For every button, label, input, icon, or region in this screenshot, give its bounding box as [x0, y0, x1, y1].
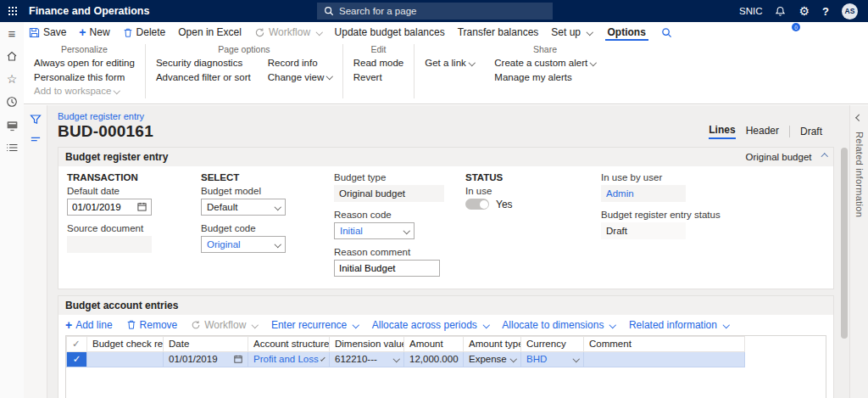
section-header[interactable]: Budget register entry Original budget [58, 148, 833, 166]
bell-icon[interactable] [775, 6, 786, 17]
favorites-star-icon[interactable]: ☆ [5, 72, 19, 86]
calendar-icon[interactable] [137, 202, 147, 211]
filter-funnel-icon[interactable] [30, 114, 42, 126]
action-search-icon[interactable] [661, 27, 672, 38]
budget-code-value[interactable]: Original [207, 239, 241, 249]
cell-dimension-values[interactable]: 612210--- [330, 351, 404, 367]
revert-button[interactable]: Revert [353, 70, 403, 85]
reason-comment-field[interactable] [334, 260, 440, 277]
grid-workflow-label: Workflow [204, 319, 246, 331]
help-icon[interactable]: ? [822, 5, 829, 18]
hamburger-menu-icon[interactable]: ≡ [5, 26, 19, 40]
always-open-for-editing-button[interactable]: Always open for editing [34, 56, 135, 70]
reason-code-value[interactable]: Initial [340, 226, 363, 236]
col-budget-check-results[interactable]: Budget check results [87, 336, 164, 351]
account-structure-value[interactable]: Profit and Loss [253, 354, 319, 364]
chevron-left-icon [856, 114, 863, 121]
modules-icon[interactable] [5, 141, 19, 154]
budget-code-select[interactable]: Original [201, 236, 286, 253]
in-use-toggle[interactable] [465, 199, 489, 210]
related-information-panel[interactable]: Related information [849, 105, 868, 398]
get-a-link-button[interactable]: Get a link [425, 56, 474, 70]
user-badge-icon[interactable]: 0 [784, 26, 796, 38]
select-all-checkbox[interactable]: ✓ [67, 336, 87, 351]
create-custom-alert-button[interactable]: Create a custom alert [494, 56, 595, 70]
new-button[interactable]: + New [79, 26, 109, 38]
enter-recurrence-button[interactable]: Enter recurrence [271, 319, 359, 331]
avatar[interactable]: AS [842, 3, 858, 20]
col-comment[interactable]: Comment [584, 336, 745, 351]
global-search[interactable] [317, 3, 553, 20]
budget-model-select[interactable]: Default [201, 199, 286, 216]
col-currency[interactable]: Currency [521, 336, 584, 351]
personalize-this-form-button[interactable]: Personalize this form [34, 70, 135, 85]
office-icon[interactable] [763, 27, 773, 38]
advanced-filter-or-sort-button[interactable]: Advanced filter or sort [156, 70, 251, 85]
tab-lines[interactable]: Lines [709, 124, 735, 139]
recent-clock-icon[interactable] [5, 95, 19, 109]
cell-amount-type[interactable]: Expense [464, 351, 521, 367]
action-pane: Save + New Delete Open in Excel [24, 22, 868, 42]
manage-my-alerts-button[interactable]: Manage my alerts [494, 70, 595, 85]
cell-currency[interactable]: BHD [521, 351, 584, 367]
change-view-button[interactable]: Change view [268, 70, 332, 85]
add-line-button[interactable]: + Add line [65, 319, 113, 331]
popout-icon[interactable] [829, 27, 839, 37]
nav-rail: ≡ ☆ [0, 22, 24, 398]
grid-header-row: ✓ Budget check results Date Account stru… [67, 336, 745, 351]
col-account-structure[interactable]: Account structure [248, 336, 330, 351]
reason-code-select[interactable]: Initial [334, 222, 415, 239]
workspace-icon[interactable] [5, 118, 19, 132]
grid-workflow-button[interactable]: Workflow [191, 319, 258, 331]
cell-amount[interactable]: 12,000.000 [404, 351, 464, 367]
grid-related-information-button[interactable]: Related information [629, 319, 729, 331]
default-date-input[interactable] [72, 202, 134, 212]
record-info-button[interactable]: Record info [268, 56, 332, 70]
open-in-excel-button[interactable]: Open in Excel [178, 26, 242, 38]
add-to-workspace-button[interactable]: Add to workspace [34, 84, 135, 98]
cell-date[interactable]: 01/01/2019 [164, 351, 248, 367]
search-input[interactable] [339, 6, 546, 16]
default-date-field[interactable] [67, 199, 152, 216]
row-checkbox[interactable]: ✓ [67, 351, 87, 367]
col-amount-type[interactable]: Amount type [464, 336, 521, 351]
read-mode-button[interactable]: Read mode [353, 56, 403, 70]
gear-icon[interactable]: ⚙ [798, 5, 810, 17]
table-row[interactable]: ✓ 01/01/2019 [67, 351, 745, 367]
breadcrumb[interactable]: Budget register entry [58, 111, 834, 121]
cell-comment[interactable] [584, 351, 745, 367]
transfer-balances-button[interactable]: Transfer balances [458, 26, 539, 38]
col-dimension-values[interactable]: Dimension values [330, 336, 404, 351]
calendar-icon[interactable] [234, 355, 242, 363]
workflow-button[interactable]: Workflow [254, 26, 322, 38]
chevron-down-icon [320, 356, 326, 362]
refresh-icon[interactable] [807, 27, 818, 38]
section-header[interactable]: Budget account entries [58, 296, 833, 315]
security-diagnostics-button[interactable]: Security diagnostics [156, 56, 251, 70]
close-icon[interactable] [850, 28, 860, 37]
company-picker[interactable]: SNIC [739, 6, 762, 16]
view-badge[interactable]: Original budget [746, 152, 827, 162]
collapse-bars-icon[interactable] [31, 136, 41, 143]
group-title: Share [494, 44, 595, 54]
allocate-across-periods-button[interactable]: Allocate across periods [372, 319, 489, 331]
tab-header[interactable]: Header [746, 125, 779, 138]
remove-button[interactable]: Remove [126, 319, 178, 331]
in-use-by-user-link[interactable]: Admin [606, 188, 634, 199]
set-up-button[interactable]: Set up [551, 26, 592, 38]
vertical-scrollbar[interactable] [839, 105, 849, 398]
waffle-icon[interactable] [0, 0, 25, 22]
save-button[interactable]: Save [29, 26, 66, 38]
scrollbar-thumb[interactable] [841, 148, 848, 339]
tab-options[interactable]: Options [605, 24, 648, 41]
delete-button[interactable]: Delete [123, 26, 166, 38]
currency-value[interactable]: BHD [526, 354, 547, 364]
glasses-icon[interactable] [739, 28, 752, 36]
col-amount[interactable]: Amount [404, 336, 464, 351]
update-budget-balances-button[interactable]: Update budget balances [335, 26, 445, 38]
reason-comment-input[interactable] [339, 263, 435, 273]
home-icon[interactable] [5, 49, 19, 63]
allocate-to-dimensions-button[interactable]: Allocate to dimensions [502, 319, 615, 331]
col-date[interactable]: Date [164, 336, 248, 351]
cell-account-structure[interactable]: Profit and Loss [248, 351, 330, 367]
